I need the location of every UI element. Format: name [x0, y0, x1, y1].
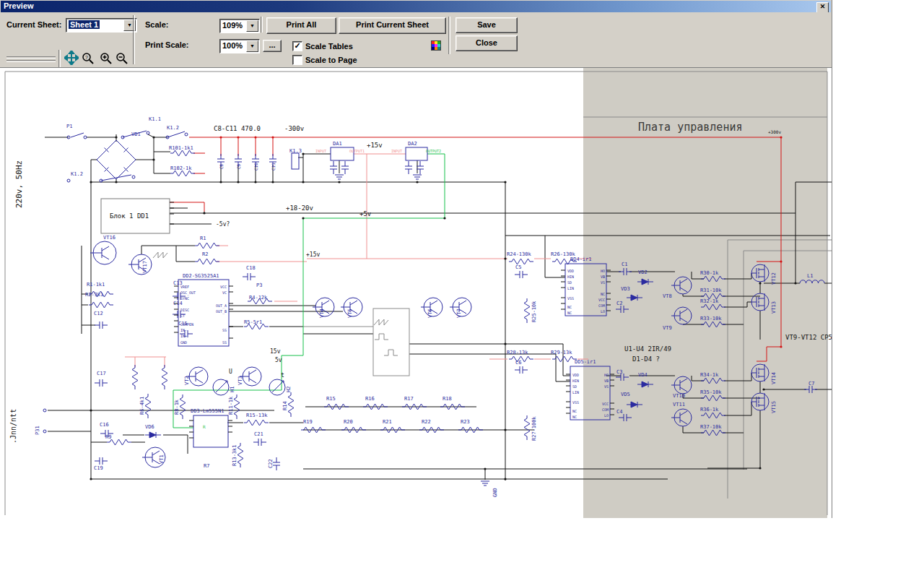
pan-icon[interactable]: [64, 51, 79, 65]
schematic-label: R21: [383, 419, 392, 425]
schematic-label: R15-13k: [246, 413, 268, 418]
schematic-label: CT: [180, 314, 185, 318]
schematic-label: VT4: [319, 309, 325, 318]
schematic-label: VDD: [572, 373, 579, 377]
schematic-label: VT5: [347, 309, 353, 318]
schematic-label: OUTPUT2: [426, 149, 441, 153]
schematic-label: +300v: [768, 129, 781, 134]
chevron-down-icon[interactable]: ▼: [246, 40, 258, 52]
schematic-label: INPUT: [391, 149, 402, 153]
schematic-label: R16: [365, 396, 375, 402]
schematic-label: C7: [808, 381, 814, 387]
schematic-label: NC: [572, 415, 577, 419]
schematic-label: VB: [604, 379, 609, 383]
zoom-out-icon[interactable]: [116, 52, 128, 65]
schematic-label: HIN: [567, 275, 574, 279]
schematic-label: COM: [602, 407, 609, 412]
schematic-label: OUTPUT1: [349, 149, 365, 153]
schematic-label: C4: [616, 409, 622, 415]
print-all-button[interactable]: Print All: [266, 17, 336, 34]
schematic-label: 15v: [270, 348, 281, 355]
schematic-label: VT16: [103, 235, 116, 241]
scale-to-page-checkbox[interactable]: [292, 55, 302, 65]
schematic-label: R23: [461, 419, 470, 425]
schematic-label: C17: [97, 371, 106, 376]
schematic-label: R11-1k: [228, 396, 234, 415]
scale-label: Scale:: [145, 20, 168, 29]
schematic-label: R13-3k1: [232, 444, 237, 466]
current-sheet-label: Current Sheet:: [6, 20, 61, 29]
current-sheet-value: Sheet 1: [69, 20, 100, 29]
print-scale-value: 100%: [222, 41, 243, 50]
schematic-label: R37-10k: [700, 424, 722, 430]
schematic-label: R101-1k1: [169, 145, 193, 151]
scale-to-page-label: Scale to Page: [305, 56, 357, 64]
schematic-label: K1.3: [289, 148, 302, 154]
chevron-down-icon[interactable]: ▼: [246, 20, 258, 32]
schematic-label: VT10: [673, 393, 685, 399]
schematic-label: R2: [202, 251, 208, 257]
schematic-label: NC: [572, 409, 577, 413]
schematic-label: R31-10k: [700, 288, 722, 293]
schematic-label: VT17: [142, 261, 148, 273]
schematic-label: DD5-ir1: [575, 359, 596, 365]
schematic-label: SS: [222, 340, 227, 345]
zoom-slider[interactable]: [6, 56, 56, 59]
schematic-label: R19: [303, 419, 313, 425]
schematic-svg: 220v, 50HzC8-C11 470.0-300v+15v+5v+18-20…: [0, 68, 832, 518]
zoom-select-icon[interactable]: ?: [82, 52, 95, 65]
schematic-label: U: [229, 368, 232, 375]
schematic-label: DD4-ir1: [570, 256, 592, 262]
separator: [261, 17, 263, 33]
separator: [58, 50, 61, 67]
schematic-label: R27-100k: [531, 415, 537, 441]
schematic-label: C8: [219, 163, 224, 169]
schematic-label: LO: [604, 413, 609, 418]
schematic-label: +15v: [306, 251, 320, 258]
current-sheet-select[interactable]: Sheet 1 ▼: [66, 18, 137, 33]
schematic-label: VDD: [567, 269, 574, 273]
schematic-label: NC: [601, 292, 605, 296]
schematic-label: 220v, 50Hz: [14, 160, 24, 208]
schematic-label: C13: [173, 280, 183, 286]
schematic-label: VD3: [621, 286, 630, 292]
schematic-label: OUT_A: [216, 303, 227, 309]
scale-select[interactable]: 109% ▼: [219, 19, 260, 33]
schematic-label: IN-: [180, 328, 187, 332]
schematic-label: VT11: [673, 402, 685, 407]
print-preview-area[interactable]: 220v, 50HzC8-C11 470.0-300v+15v+5v+18-20…: [0, 67, 832, 518]
schematic-label: K1.2: [167, 125, 179, 131]
zoom-slider-track[interactable]: [6, 60, 56, 62]
schematic-label: C16: [100, 422, 109, 428]
window-title: Preview: [4, 1, 34, 10]
schematic-label: C15: [178, 321, 188, 327]
title-bar[interactable]: Preview ✕: [1, 1, 831, 12]
schematic-label: R17: [404, 396, 414, 402]
schematic-label: VT15: [771, 401, 777, 413]
schematic-preview-canvas: 220v, 50HzC8-C11 470.0-300v+15v+5v+18-20…: [0, 68, 832, 518]
schematic-label: C11: [271, 163, 276, 171]
print-scale-select[interactable]: 100% ▼: [219, 39, 260, 53]
schematic-label: VD1: [131, 131, 141, 137]
schematic-label: NC: [567, 305, 572, 309]
schematic-label: VD4: [638, 372, 648, 378]
schematic-label: C21: [254, 431, 263, 437]
zoom-in-icon[interactable]: [100, 52, 113, 65]
scale-tables-label: Scale Tables: [305, 42, 353, 51]
print-current-sheet-button[interactable]: Print Current Sheet: [339, 17, 446, 34]
schematic-label: VD5: [621, 392, 630, 397]
separator: [133, 15, 135, 64]
scale-tables-checkbox[interactable]: ✓: [292, 41, 302, 51]
color-palette-icon[interactable]: [431, 40, 441, 51]
close-window-icon[interactable]: ✕: [816, 2, 829, 13]
schematic-label: GND: [492, 488, 498, 497]
schematic-label: VCC: [598, 298, 605, 302]
save-button[interactable]: Save: [456, 17, 518, 33]
scale-value: 109%: [222, 21, 243, 30]
schematic-label: VT14: [771, 372, 777, 384]
browse-button[interactable]: ...: [263, 40, 282, 52]
schematic-label: NC: [567, 311, 572, 315]
schematic-label: R7: [204, 463, 209, 469]
schematic-label: GND: [180, 340, 187, 345]
close-button[interactable]: Close: [456, 35, 518, 51]
